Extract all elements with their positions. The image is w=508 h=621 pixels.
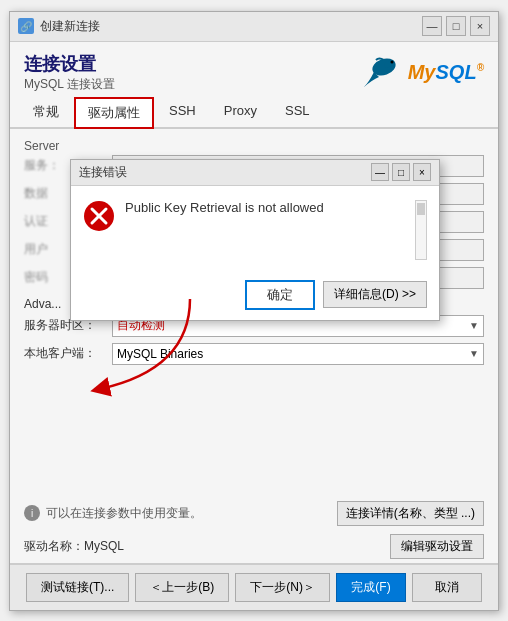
error-icon <box>83 200 115 232</box>
error-message: Public Key Retrieval is not allowed <box>125 200 405 215</box>
connection-details-button[interactable]: 连接详情(名称、类型 ...) <box>337 501 484 526</box>
server-section-label: Server <box>24 139 484 153</box>
timezone-arrow-icon: ▼ <box>469 320 479 331</box>
mysql-dolphin-icon <box>354 52 404 92</box>
info-bar: i 可以在连接参数中使用变量。 连接详情(名称、类型 ...) <box>10 499 498 530</box>
local-client-arrow-icon: ▼ <box>469 348 479 359</box>
page-subtitle: MySQL 连接设置 <box>24 76 115 93</box>
driver-name-label: 驱动名称：MySQL <box>24 538 124 555</box>
next-button[interactable]: 下一步(N)＞ <box>235 573 330 602</box>
svg-point-2 <box>390 60 393 63</box>
window-header: 连接设置 MySQL 连接设置 MySQL® <box>10 42 498 97</box>
bottom-bar: 测试链接(T)... ＜上一步(B) 下一步(N)＞ 完成(F) 取消 <box>10 564 498 610</box>
edit-driver-button[interactable]: 编辑驱动设置 <box>390 534 484 559</box>
error-dialog: 连接错误 — □ × Public Key Retrieval is not a… <box>70 159 440 321</box>
mysql-logo: MySQL® <box>354 52 484 92</box>
info-icon: i <box>24 505 40 521</box>
tab-proxy[interactable]: Proxy <box>211 97 270 127</box>
finish-button[interactable]: 完成(F) <box>336 573 406 602</box>
title-area: 连接设置 MySQL 连接设置 <box>24 52 115 93</box>
error-title-bar: 连接错误 — □ × <box>71 160 439 186</box>
tab-driver[interactable]: 驱动属性 <box>74 97 154 129</box>
driver-bar: 驱动名称：MySQL 编辑驱动设置 <box>10 530 498 563</box>
details-button[interactable]: 详细信息(D) >> <box>323 281 427 308</box>
title-bar: 🔗 创建新连接 — □ × <box>10 12 498 42</box>
title-bar-text: 创建新连接 <box>40 18 416 35</box>
minimize-button[interactable]: — <box>422 16 442 36</box>
error-close-button[interactable]: × <box>413 163 431 181</box>
title-bar-buttons: — □ × <box>422 16 490 36</box>
info-text: 可以在连接参数中使用变量。 <box>46 505 331 522</box>
tab-general[interactable]: 常规 <box>20 97 72 127</box>
error-body: Public Key Retrieval is not allowed <box>71 186 439 274</box>
content-area: Server 服务： 数据 认证 用户 密码 Adva... 服务器时区： 自动… <box>10 129 498 489</box>
error-scrollbar[interactable] <box>415 200 427 260</box>
error-title-text: 连接错误 <box>79 164 365 181</box>
error-footer: 确定 详细信息(D) >> <box>71 274 439 320</box>
page-title: 连接设置 <box>24 52 115 76</box>
back-button[interactable]: ＜上一步(B) <box>135 573 229 602</box>
tabs-bar: 常规 驱动属性 SSH Proxy SSL <box>10 97 498 129</box>
maximize-button[interactable]: □ <box>446 16 466 36</box>
error-title-buttons: — □ × <box>371 163 431 181</box>
confirm-button[interactable]: 确定 <box>245 280 315 310</box>
local-client-label: 本地客户端： <box>24 345 104 362</box>
error-minimize-button[interactable]: — <box>371 163 389 181</box>
local-client-select[interactable]: MySQL Binaries ▼ <box>112 343 484 365</box>
error-maximize-button[interactable]: □ <box>392 163 410 181</box>
tab-ssl[interactable]: SSL <box>272 97 323 127</box>
main-window: 🔗 创建新连接 — □ × 连接设置 MySQL 连接设置 MySQL® <box>9 11 499 611</box>
cancel-button[interactable]: 取消 <box>412 573 482 602</box>
test-connection-button[interactable]: 测试链接(T)... <box>26 573 129 602</box>
close-button[interactable]: × <box>470 16 490 36</box>
window-icon: 🔗 <box>18 18 34 34</box>
local-client-row: 本地客户端： MySQL Binaries ▼ <box>24 343 484 365</box>
tab-ssh[interactable]: SSH <box>156 97 209 127</box>
